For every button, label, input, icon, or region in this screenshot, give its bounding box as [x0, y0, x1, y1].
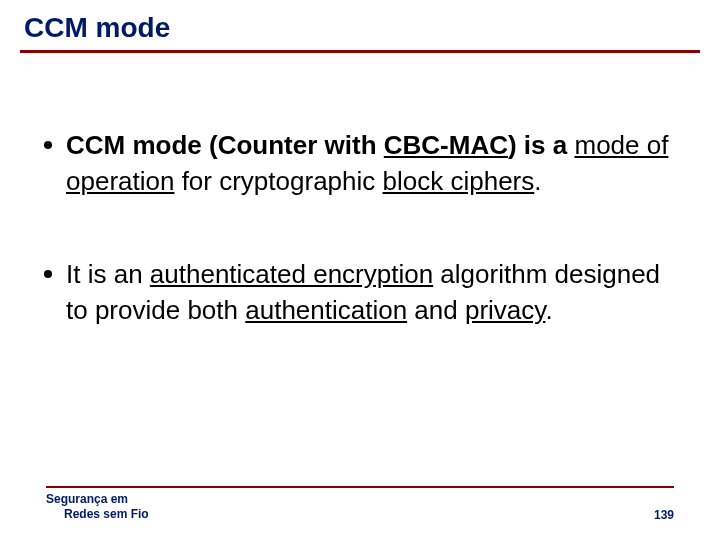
text-run: CCM mode — [66, 130, 202, 160]
bullet-dot-icon — [44, 270, 52, 278]
slide: CCM mode CCM mode (Counter with CBC-MAC)… — [0, 0, 720, 540]
text-run: . — [534, 166, 541, 196]
title-divider — [20, 50, 700, 53]
footer-line2: Redes sem Fio — [46, 507, 149, 522]
text-run: and — [407, 295, 465, 325]
text-run: ) is a — [508, 130, 574, 160]
text-run: for cryptographic — [174, 166, 382, 196]
bullet-item: CCM mode (Counter with CBC-MAC) is a mod… — [36, 127, 674, 200]
footer: Segurança em Redes sem Fio 139 — [0, 486, 720, 522]
text-run: privacy — [465, 295, 545, 325]
bullet-text: CCM mode (Counter with CBC-MAC) is a mod… — [66, 127, 674, 200]
text-run — [202, 130, 209, 160]
text-run: block ciphers — [383, 166, 535, 196]
footer-caption: Segurança em Redes sem Fio — [46, 492, 149, 522]
text-run: . — [545, 295, 552, 325]
text-run: authentication — [245, 295, 407, 325]
bullet-dot-icon — [44, 141, 52, 149]
footer-divider — [46, 486, 674, 488]
text-run: authenticated encryption — [150, 259, 433, 289]
bullet-text: It is an authenticated encryption algori… — [66, 256, 674, 329]
text-run: (Counter with — [209, 130, 384, 160]
title-area: CCM mode — [16, 12, 704, 57]
page-number: 139 — [654, 508, 674, 522]
content-area: CCM mode (Counter with CBC-MAC) is a mod… — [16, 57, 704, 329]
footer-row: Segurança em Redes sem Fio 139 — [46, 492, 674, 522]
text-run: It is an — [66, 259, 150, 289]
text-run: CBC-MAC — [384, 130, 508, 160]
bullet-item: It is an authenticated encryption algori… — [36, 256, 674, 329]
slide-title: CCM mode — [24, 12, 700, 44]
footer-line1: Segurança em — [46, 492, 128, 506]
